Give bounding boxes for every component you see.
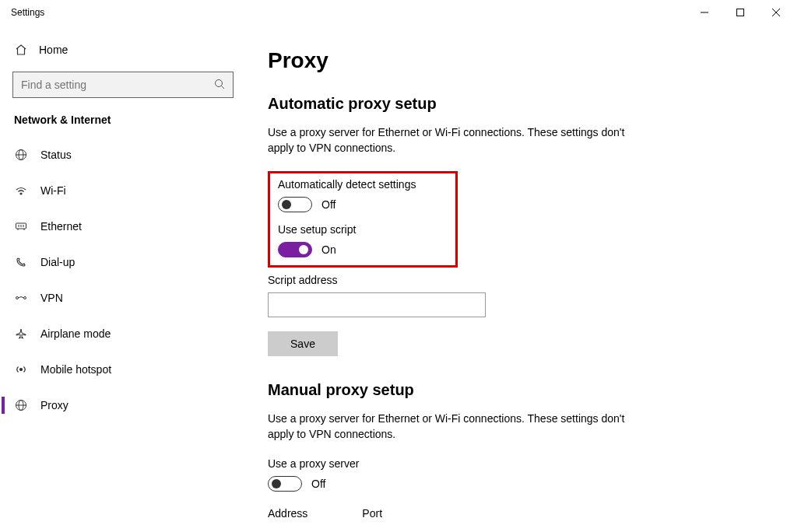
home-link[interactable]: Home <box>0 34 249 65</box>
manual-description: Use a proxy server for Ethernet or Wi-Fi… <box>268 411 634 442</box>
home-label: Home <box>39 44 68 56</box>
svg-point-16 <box>16 297 19 299</box>
sidebar-item-label: Mobile hotspot <box>40 363 111 376</box>
search-icon <box>214 79 225 92</box>
minimize-button[interactable] <box>687 0 722 25</box>
svg-point-9 <box>20 193 22 194</box>
svg-rect-1 <box>737 9 744 16</box>
manual-port-label: Port <box>362 507 382 520</box>
svg-point-17 <box>24 297 26 299</box>
save-button[interactable]: Save <box>268 331 338 356</box>
category-title: Network & Internet <box>0 107 249 137</box>
auto-detect-label: Automatically detect settings <box>278 178 448 191</box>
sidebar-item-label: Airplane mode <box>40 327 111 340</box>
sidebar-item-label: Wi-Fi <box>40 184 66 197</box>
airplane-icon <box>14 327 28 341</box>
globe-icon <box>14 398 28 412</box>
main-pane: Proxy Automatic proxy setup Use a proxy … <box>249 25 794 532</box>
search-input[interactable] <box>12 72 234 98</box>
section-heading-auto: Automatic proxy setup <box>268 95 775 113</box>
sidebar-item-airplane[interactable]: Airplane mode <box>0 316 249 352</box>
sidebar-item-status[interactable]: Status <box>0 137 249 173</box>
sidebar-item-ethernet[interactable]: Ethernet <box>0 208 249 244</box>
close-button[interactable] <box>758 0 794 25</box>
search-field[interactable] <box>21 79 214 91</box>
svg-point-18 <box>20 369 23 371</box>
use-proxy-state: Off <box>311 478 325 490</box>
auto-detect-state: Off <box>321 198 336 211</box>
manual-address-label: Address <box>268 507 307 520</box>
auto-detect-toggle[interactable] <box>278 197 312 212</box>
sidebar-item-vpn[interactable]: VPN <box>0 280 249 316</box>
maximize-button[interactable] <box>722 0 758 25</box>
use-proxy-toggle[interactable] <box>268 476 302 492</box>
page-title: Proxy <box>268 48 775 73</box>
sidebar-item-label: Ethernet <box>40 220 82 233</box>
phone-icon <box>14 255 28 269</box>
window-title: Settings <box>11 7 44 18</box>
svg-point-4 <box>216 79 223 86</box>
ethernet-icon <box>14 219 28 233</box>
script-address-input[interactable] <box>268 292 486 317</box>
sidebar-item-dialup[interactable]: Dial-up <box>0 244 249 280</box>
auto-description: Use a proxy server for Ethernet or Wi-Fi… <box>268 125 634 156</box>
sidebar-item-label: Dial-up <box>40 256 75 268</box>
globe-icon <box>14 148 28 162</box>
sidebar-item-label: VPN <box>40 292 63 304</box>
section-heading-manual: Manual proxy setup <box>268 381 775 399</box>
home-icon <box>14 43 28 57</box>
script-address-label: Script address <box>268 274 775 286</box>
highlight-annotation: Automatically detect settings Off Use se… <box>268 171 458 268</box>
sidebar-item-label: Status <box>40 149 72 161</box>
sidebar-item-proxy[interactable]: Proxy <box>0 387 249 423</box>
vpn-icon <box>14 291 28 305</box>
setup-script-label: Use setup script <box>278 223 448 236</box>
setup-script-toggle[interactable] <box>278 242 312 257</box>
wifi-icon <box>14 184 28 198</box>
sidebar: Home Network & Internet Status <box>0 25 249 532</box>
hotspot-icon <box>14 362 28 376</box>
use-proxy-label: Use a proxy server <box>268 457 775 470</box>
sidebar-item-wifi[interactable]: Wi-Fi <box>0 173 249 208</box>
svg-line-5 <box>222 86 225 89</box>
sidebar-item-label: Proxy <box>40 399 69 411</box>
titlebar: Settings <box>0 0 794 25</box>
setup-script-state: On <box>321 243 336 256</box>
sidebar-item-hotspot[interactable]: Mobile hotspot <box>0 352 249 387</box>
